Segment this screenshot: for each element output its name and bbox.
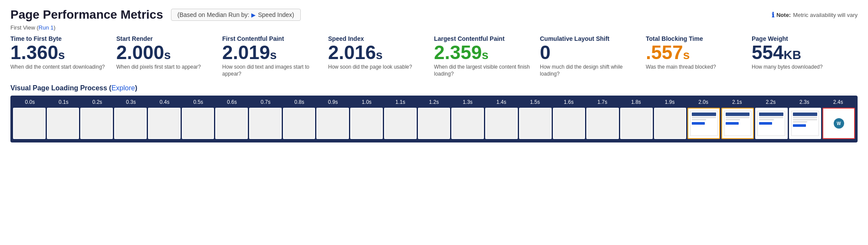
frame-21 bbox=[721, 108, 754, 139]
frame-wordpress: W bbox=[823, 109, 854, 138]
tick-0.6s: 0.6s bbox=[215, 99, 249, 105]
metric-label-ttfb: Time to First Byte bbox=[10, 35, 112, 42]
frame-8 bbox=[283, 108, 316, 139]
frame-7 bbox=[249, 108, 282, 139]
tick-1.2s: 1.2s bbox=[417, 99, 451, 105]
metric-speed-index: Speed Index 2.016s How soon did the page… bbox=[328, 35, 434, 71]
metric-value-tbt: .557s bbox=[646, 43, 747, 62]
tick-0.3s: 0.3s bbox=[114, 99, 148, 105]
metric-label-page-weight: Page Weight bbox=[752, 35, 853, 42]
metric-label-tbt: Total Blocking Time bbox=[646, 35, 747, 42]
tick-0.0s: 0.0s bbox=[13, 99, 47, 105]
frame-15 bbox=[519, 108, 552, 139]
metric-tbt: Total Blocking Time .557s Was the main t… bbox=[646, 35, 752, 71]
tick-1.6s: 1.6s bbox=[552, 99, 586, 105]
metric-ttfb: Time to First Byte 1.360s When did the c… bbox=[10, 35, 116, 71]
metric-label-fcp: First Contentful Paint bbox=[222, 35, 324, 42]
metric-label-lcp: Largest Contentful Paint bbox=[434, 35, 536, 42]
tick-2.3s: 2.3s bbox=[788, 99, 822, 105]
tick-0.8s: 0.8s bbox=[283, 99, 316, 105]
tick-1.5s: 1.5s bbox=[518, 99, 552, 105]
tick-2.2s: 2.2s bbox=[754, 99, 788, 105]
tick-1.1s: 1.1s bbox=[384, 99, 418, 105]
tick-0.5s: 0.5s bbox=[181, 99, 215, 105]
frame-blank bbox=[14, 109, 45, 138]
frame-blank bbox=[655, 109, 686, 138]
frame-page bbox=[690, 111, 718, 136]
frame-blank bbox=[149, 109, 180, 138]
frame-16 bbox=[553, 108, 585, 139]
frame-22 bbox=[755, 108, 788, 139]
metric-cls: Cumulative Layout Shift 0 How much did t… bbox=[540, 35, 646, 77]
frame-page bbox=[724, 111, 752, 136]
metric-desc-page-weight: How many bytes downloaded? bbox=[752, 64, 853, 71]
firstview-text: First View ( bbox=[10, 24, 39, 31]
frame-18 bbox=[620, 108, 653, 139]
frame-blank bbox=[216, 109, 247, 138]
metric-start-render: Start Render 2.000s When did pixels firs… bbox=[116, 35, 222, 71]
metric-value-page-weight: 554KB bbox=[752, 43, 853, 62]
metrics-row: Time to First Byte 1.360s When did the c… bbox=[10, 35, 858, 77]
frame-blank bbox=[419, 109, 450, 138]
frame-partial bbox=[688, 109, 719, 138]
frame-blank bbox=[250, 109, 281, 138]
metric-label-start-render: Start Render bbox=[116, 35, 218, 42]
frame-23 bbox=[789, 108, 822, 139]
frame-blank bbox=[351, 109, 382, 138]
tick-1.4s: 1.4s bbox=[484, 99, 518, 105]
frame-blank bbox=[520, 109, 551, 138]
metric-desc-lcp: When did the largest visible content fin… bbox=[434, 64, 536, 77]
metric-desc-tbt: Was the main thread blocked? bbox=[646, 64, 747, 71]
tick-0.1s: 0.1s bbox=[47, 99, 81, 105]
frame-blank bbox=[621, 109, 652, 138]
firstview-close: ) bbox=[53, 24, 55, 31]
metric-value-cls: 0 bbox=[540, 43, 641, 62]
info-icon: ℹ bbox=[772, 11, 774, 19]
metric-value-speed-index: 2.016s bbox=[328, 43, 430, 62]
frame-4 bbox=[148, 108, 181, 139]
frame-17 bbox=[586, 108, 619, 139]
tick-1.0s: 1.0s bbox=[350, 99, 384, 105]
metric-page-weight: Page Weight 554KB How many bytes downloa… bbox=[752, 35, 858, 71]
metric-value-lcp: 2.359s bbox=[434, 43, 536, 62]
run1-link[interactable]: Run 1 bbox=[39, 24, 54, 31]
frame-blank bbox=[81, 109, 112, 138]
frame-blank bbox=[554, 109, 585, 138]
tick-1.7s: 1.7s bbox=[585, 99, 619, 105]
metric-desc-ttfb: When did the content start downloading? bbox=[10, 64, 112, 71]
tick-0.4s: 0.4s bbox=[148, 99, 181, 105]
frame-loaded bbox=[790, 109, 821, 138]
frame-page bbox=[757, 111, 785, 136]
frame-24: W bbox=[822, 108, 855, 139]
tick-2.1s: 2.1s bbox=[720, 99, 754, 105]
timeline-container: 0.0s0.1s0.2s0.3s0.4s0.5s0.6s0.7s0.8s0.9s… bbox=[10, 96, 858, 142]
metric-fcp: First Contentful Paint 2.019s How soon d… bbox=[222, 35, 328, 77]
tick-0.7s: 0.7s bbox=[249, 99, 283, 105]
median-value: Speed Index) bbox=[258, 11, 294, 18]
frame-blank bbox=[385, 109, 416, 138]
note-label: Note: bbox=[776, 12, 791, 18]
note-text: Metric availability will vary bbox=[793, 12, 858, 18]
frame-blank bbox=[48, 109, 79, 138]
tick-2.0s: 2.0s bbox=[687, 99, 720, 105]
page-title: Page Performance Metrics bbox=[10, 8, 163, 22]
frame-blank bbox=[587, 109, 618, 138]
play-icon: ▶ bbox=[251, 12, 256, 18]
metric-value-start-render: 2.000s bbox=[116, 43, 218, 62]
frame-19 bbox=[654, 108, 687, 139]
wordpress-icon: W bbox=[834, 118, 844, 129]
median-badge: (Based on Median Run by: ▶ Speed Index) bbox=[171, 9, 301, 21]
note-area: ℹ Note: Metric availability will vary bbox=[772, 11, 858, 19]
metric-desc-speed-index: How soon did the page look usable? bbox=[328, 64, 430, 71]
explore-link[interactable]: Explore bbox=[112, 84, 135, 92]
tick-1.8s: 1.8s bbox=[619, 99, 653, 105]
metric-value-ttfb: 1.360s bbox=[10, 43, 112, 62]
median-label: (Based on Median Run by: bbox=[178, 11, 250, 18]
frame-blank bbox=[486, 109, 517, 138]
frame-partial bbox=[722, 109, 753, 138]
page-wrapper: Page Performance Metrics (Based on Media… bbox=[0, 0, 868, 147]
visual-title: Visual Page Loading Process (Explore) bbox=[10, 84, 858, 92]
metric-desc-cls: How much did the design shift while load… bbox=[540, 64, 641, 77]
metric-label-cls: Cumulative Layout Shift bbox=[540, 35, 641, 42]
metric-value-fcp: 2.019s bbox=[222, 43, 324, 62]
